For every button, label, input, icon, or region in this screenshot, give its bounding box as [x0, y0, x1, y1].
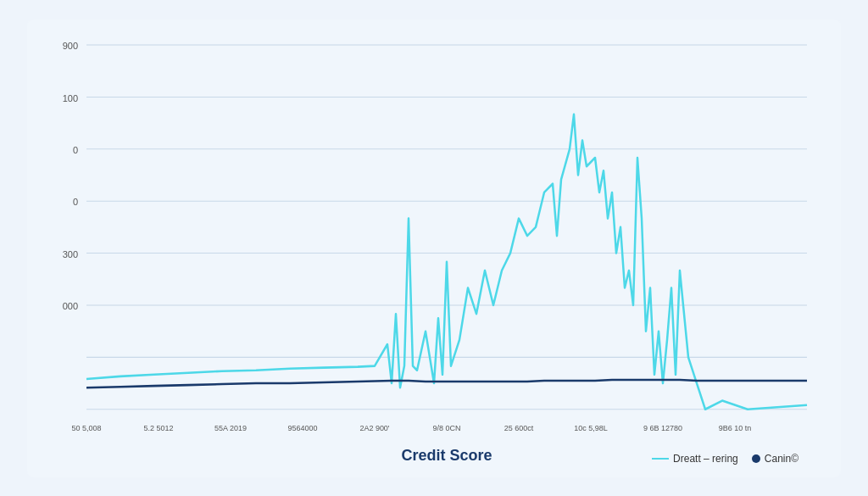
x-axis-label: Credit Score	[401, 447, 492, 465]
svg-text:5.2 5012: 5.2 5012	[144, 424, 174, 432]
svg-text:50 5,008: 50 5,008	[72, 424, 102, 432]
svg-text:9/8 0CN: 9/8 0CN	[433, 424, 461, 432]
svg-text:9B6 10 tn: 9B6 10 tn	[719, 424, 751, 432]
svg-text:000: 000	[63, 300, 78, 310]
legend-teal-line	[652, 458, 669, 460]
legend-dark-dot	[752, 454, 760, 463]
legend-teal-label: Dreatt – rering	[673, 453, 738, 465]
svg-text:9564000: 9564000	[288, 424, 318, 432]
svg-text:25 600ct: 25 600ct	[504, 424, 534, 432]
teal-line	[86, 114, 807, 409]
svg-text:55A 2019: 55A 2019	[214, 424, 247, 432]
svg-text:900: 900	[63, 41, 78, 51]
chart-svg: 900 100 0 0 300 000 50 5,008 5.2 5012 55…	[86, 45, 807, 418]
svg-text:0: 0	[73, 144, 78, 154]
svg-text:300: 300	[63, 248, 78, 259]
svg-text:100: 100	[63, 92, 78, 103]
chart-container: 900 100 0 0 300 000 50 5,008 5.2 5012 55…	[27, 20, 841, 477]
svg-text:2A2 900': 2A2 900'	[359, 424, 389, 432]
chart-legend: Dreatt – rering Canin©	[652, 453, 798, 465]
svg-text:9 6B 12780: 9 6B 12780	[643, 424, 682, 432]
svg-text:10c 5,98L: 10c 5,98L	[574, 424, 607, 432]
legend-item-dark: Canin©	[752, 453, 798, 465]
legend-dark-label: Canin©	[765, 453, 798, 465]
svg-text:0: 0	[73, 197, 78, 207]
legend-item-teal: Dreatt – rering	[652, 453, 738, 465]
chart-area: 900 100 0 0 300 000 50 5,008 5.2 5012 55…	[86, 45, 807, 418]
